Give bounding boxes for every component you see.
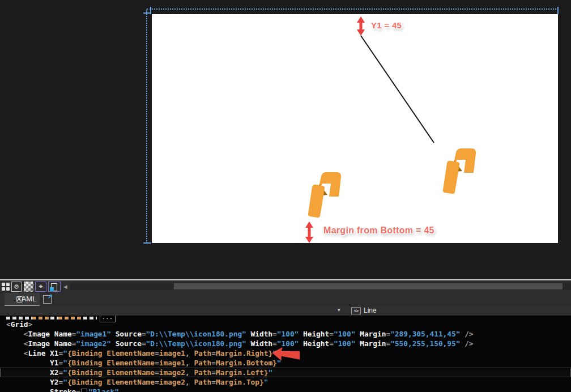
horizontal-scrollbar-thumb[interactable] [174,283,563,289]
selection-adorner-top [147,8,559,10]
selection-adorner-left [146,10,147,243]
adorner-corner-tick [143,12,151,14]
breadcrumb-element-name[interactable]: Line [364,306,377,314]
popout-editor-icon[interactable]: ↗ [43,295,52,304]
code-line[interactable]: <Image Name="image1" Source="D:\\Temp\\i… [0,329,571,339]
bottom-margin-annotation-label: Margin from Bottom = 45 [323,225,434,236]
adorner-corner-tick [557,7,559,14]
tab-xaml[interactable]: XAML [5,293,40,306]
adorner-corner-tick [143,242,151,244]
refresh-document-icon[interactable] [48,282,61,292]
vs-xaml-split-view: Y1 = 45 Margin from Bottom = 45 ⚙ ⌖ ◄ XA… [0,0,571,392]
xml-element-icon: <> [351,307,361,314]
color-preview-swatch [81,389,87,392]
designer-bottom-toolbar: ⚙ ⌖ ◄ [0,280,571,293]
design-canvas[interactable] [152,14,558,243]
code-line[interactable]: Y2="{Binding ElementName=image2, Path=Ma… [0,377,571,387]
popout-arrow-glyph: ↗ [48,293,53,300]
editor-navigation-bar: ▾ <> Line [0,306,571,316]
xaml-tab-label: XAML [16,293,36,305]
chevron-down-icon[interactable]: ▾ [338,307,340,313]
code-line[interactable]: <Grid> [0,319,571,329]
thumbnails-grid-icon[interactable] [1,282,11,292]
scroll-left-icon[interactable]: ◄ [62,282,69,291]
code-line[interactable]: Stroke="Black" [0,387,571,392]
effects-gear-icon[interactable]: ⚙ [11,282,22,292]
horizontal-scrollbar[interactable] [70,283,571,290]
code-line[interactable]: X2="{Binding ElementName=image2, Path=Ma… [0,368,571,377]
snap-grid-icon[interactable]: ⌖ [35,282,46,292]
blue-square-glyph [50,287,54,291]
editor-tab-row: XAML ↗ [0,293,571,306]
gradient-swatch-icon[interactable] [24,282,33,292]
y1-annotation-label: Y1 = 45 [371,20,402,30]
xaml-designer-surface[interactable]: Y1 = 45 Margin from Bottom = 45 [0,0,571,279]
